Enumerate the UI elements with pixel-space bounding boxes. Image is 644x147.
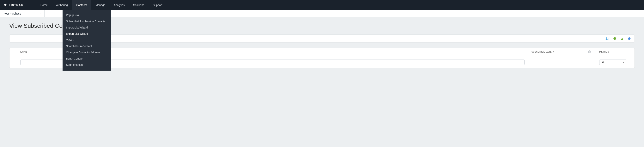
- column-header-subscribe-date[interactable]: SUBSCRIBE DATE ▼: [532, 50, 555, 54]
- dropdown-ban-contact[interactable]: Ban A Contact: [62, 55, 111, 62]
- chevron-right-icon: ›: [107, 63, 108, 66]
- print-icon[interactable]: [613, 37, 616, 40]
- svg-point-0: [606, 37, 607, 39]
- add-contact-icon[interactable]: [606, 37, 609, 40]
- dropdown-item-label: View...: [66, 38, 74, 42]
- dropdown-item-label: Subscribe/Unsubscribe Contacts: [66, 20, 105, 23]
- dropdown-subscribe-unsubscribe[interactable]: Subscribe/Unsubscribe Contacts: [62, 18, 111, 25]
- info-tooltip-icon[interactable]: i: [588, 50, 591, 53]
- nav-solutions[interactable]: Solutions: [129, 0, 149, 10]
- column-header-method[interactable]: METHOD: [599, 50, 631, 54]
- method-filter-select[interactable]: All ▼: [599, 60, 626, 65]
- chevron-down-icon: ⌄: [40, 12, 42, 15]
- download-icon[interactable]: [620, 37, 624, 40]
- contacts-dropdown: Popup Pro Subscribe/Unsubscribe Contacts…: [62, 10, 111, 71]
- column-header-label: SUBSCRIBE DATE: [532, 51, 552, 53]
- sort-desc-icon: ▼: [553, 51, 555, 53]
- dropdown-change-address[interactable]: Change A Contact's Address: [62, 49, 111, 55]
- svg-point-1: [608, 38, 608, 39]
- dropdown-item-label: Segmentation: [66, 63, 83, 66]
- nav-home[interactable]: Home: [36, 0, 52, 10]
- menu-toggle-icon[interactable]: [27, 3, 33, 8]
- dropdown-import-list-wizard[interactable]: Import List Wizard: [62, 25, 111, 31]
- nav-support[interactable]: Support: [148, 0, 166, 10]
- list-selector[interactable]: Post Purchase ⌄: [0, 10, 44, 17]
- dropdown-item-label: Export List Wizard: [66, 32, 88, 35]
- info-icon[interactable]: [628, 37, 631, 40]
- dropdown-popup-pro[interactable]: Popup Pro: [62, 12, 111, 18]
- dropdown-item-label: Change A Contact's Address: [66, 51, 100, 54]
- dropdown-search-contact[interactable]: Search For A Contact: [62, 43, 111, 49]
- method-filter-value: All: [602, 61, 604, 64]
- dropdown-item-label: Import List Wizard: [66, 26, 88, 29]
- dropdown-export-list-wizard[interactable]: Export List Wizard: [62, 31, 111, 37]
- dropdown-item-label: Popup Pro: [66, 14, 79, 17]
- dropdown-view[interactable]: View...›: [62, 37, 111, 43]
- svg-point-2: [628, 37, 631, 40]
- top-nav: LISTRAK Home Authoring Contacts Manage A…: [0, 0, 644, 10]
- column-header-label: METHOD: [599, 51, 609, 53]
- column-header-label: EMAIL: [20, 51, 28, 53]
- logo-icon: [3, 3, 7, 7]
- nav-contacts[interactable]: Contacts: [72, 0, 91, 10]
- chevron-right-icon: ›: [107, 39, 108, 41]
- nav-manage[interactable]: Manage: [91, 0, 110, 10]
- brand-name: LISTRAK: [9, 4, 24, 7]
- dropdown-item-label: Ban A Contact: [66, 57, 83, 60]
- caret-down-icon: ▼: [622, 61, 624, 63]
- list-selector-value: Post Purchase: [4, 12, 21, 15]
- brand-logo[interactable]: LISTRAK: [3, 3, 24, 7]
- dropdown-item-label: Search For A Contact: [66, 45, 92, 48]
- nav-analytics[interactable]: Analytics: [110, 0, 129, 10]
- nav-authoring[interactable]: Authoring: [52, 0, 72, 10]
- dropdown-segmentation[interactable]: Segmentation›: [62, 62, 111, 68]
